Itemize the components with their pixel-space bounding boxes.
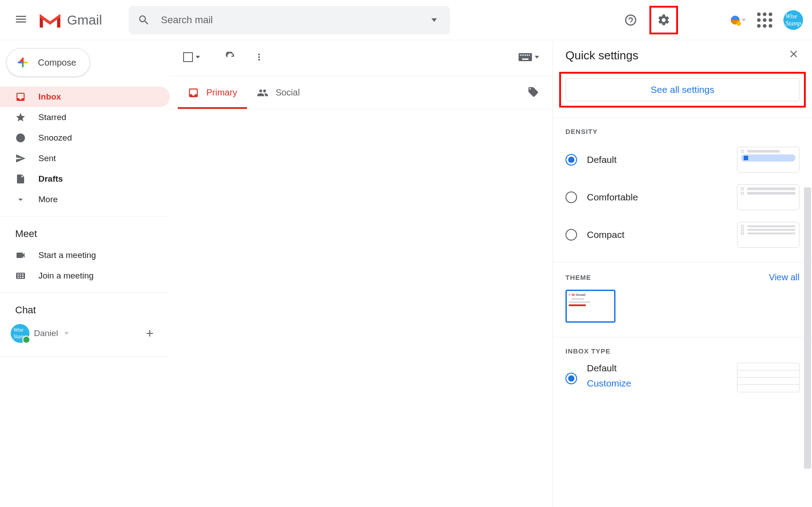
sidebar: Compose Inbox Starred Snoozed Sent Draft… <box>0 40 170 507</box>
search-placeholder: Search mail <box>161 14 431 26</box>
send-icon <box>15 153 26 164</box>
density-preview <box>737 184 799 210</box>
chevron-down-icon <box>741 19 746 21</box>
gmail-wordmark: Gmail <box>67 12 102 28</box>
theme-view-all-link[interactable]: View all <box>769 272 799 283</box>
select-all-button[interactable] <box>183 52 200 62</box>
density-label: Comfortable <box>587 192 638 203</box>
density-option-comfortable[interactable]: Comfortable <box>565 184 799 210</box>
account-avatar[interactable]: WiseStamp <box>783 10 803 30</box>
people-icon <box>257 87 268 99</box>
customize-link[interactable]: Customize <box>587 378 631 389</box>
close-panel-button[interactable] <box>788 48 799 63</box>
settings-highlight <box>649 6 678 34</box>
plus-icon <box>16 55 30 70</box>
search-bar[interactable]: Search mail <box>129 6 450 34</box>
inbox-type-preview <box>737 363 799 392</box>
join-meeting-button[interactable]: Join a meeting <box>0 266 170 286</box>
main-menu-button[interactable] <box>9 7 33 33</box>
start-meeting-button[interactable]: Start a meeting <box>0 245 170 266</box>
chat-user-row[interactable]: WiseStamp Daniel + <box>0 324 170 343</box>
inbox-type-heading: INBOX TYPE <box>565 347 799 355</box>
tab-label: Social <box>276 87 300 98</box>
tag-icon <box>527 86 539 98</box>
quick-settings-panel: Quick settings See all settings DENSITY … <box>553 40 812 507</box>
refresh-button[interactable] <box>225 46 236 68</box>
scrollbar[interactable] <box>804 187 811 469</box>
checkbox-icon <box>183 52 193 62</box>
refresh-icon <box>225 52 236 62</box>
help-button[interactable] <box>620 9 641 31</box>
radio-checked-icon[interactable] <box>565 373 577 384</box>
drafts-icon <box>15 174 26 184</box>
tab-more-icon[interactable] <box>527 86 539 100</box>
sidebar-item-drafts[interactable]: Drafts <box>0 169 170 189</box>
meet-item-label: Start a meeting <box>38 250 96 260</box>
close-icon <box>788 48 799 60</box>
sidebar-item-sent[interactable]: Sent <box>0 148 170 169</box>
tab-label: Primary <box>206 87 237 98</box>
density-label: Default <box>587 154 617 165</box>
theme-thumbnail[interactable]: ≡ M Gmail <box>565 290 615 323</box>
clock-icon <box>15 133 26 143</box>
see-all-settings-highlight: See all settings <box>559 72 806 108</box>
sidebar-item-snoozed[interactable]: Snoozed <box>0 128 170 148</box>
sidebar-item-starred[interactable]: Starred <box>0 107 170 128</box>
apps-grid-icon <box>757 12 772 28</box>
meet-item-label: Join a meeting <box>38 271 94 281</box>
density-option-default[interactable]: Default <box>565 147 799 173</box>
inbox-type-section: INBOX TYPE Default Customize <box>553 337 812 397</box>
tab-social[interactable]: Social <box>247 76 310 109</box>
density-preview <box>737 147 799 173</box>
sidebar-item-inbox[interactable]: Inbox <box>0 87 170 107</box>
help-icon <box>624 13 637 27</box>
sidebar-item-more[interactable]: More <box>0 189 170 210</box>
radio-icon[interactable] <box>565 191 577 203</box>
chevron-down-icon[interactable] <box>64 332 69 335</box>
new-chat-button[interactable]: + <box>146 326 154 341</box>
panel-title: Quick settings <box>565 49 638 62</box>
chat-username: Daniel <box>34 328 58 338</box>
sidebar-item-label: More <box>38 195 58 204</box>
more-vert-icon <box>254 52 264 62</box>
keyboard-icon <box>15 270 26 281</box>
main-content: Primary Social <box>170 40 553 507</box>
density-label: Compact <box>587 229 624 240</box>
sidebar-item-label: Drafts <box>38 174 63 184</box>
gear-icon <box>657 13 670 27</box>
more-actions-button[interactable] <box>254 46 264 68</box>
search-options-caret-icon[interactable] <box>431 18 437 22</box>
radio-icon[interactable] <box>565 229 577 241</box>
tab-primary[interactable]: Primary <box>178 76 247 109</box>
chevron-down-icon <box>196 56 200 58</box>
mail-toolbar <box>170 46 552 76</box>
keyboard-icon <box>519 53 532 61</box>
density-heading: DENSITY <box>565 128 799 135</box>
inbox-type-label: Default <box>587 363 631 374</box>
chevron-down-icon <box>535 56 539 58</box>
hamburger-icon <box>14 12 28 26</box>
chat-heading: Chat <box>0 299 170 321</box>
google-apps-button[interactable] <box>754 9 775 31</box>
density-section: DENSITY Default Comfortable Compac <box>553 117 812 252</box>
search-icon <box>138 14 150 26</box>
compose-button[interactable]: Compose <box>6 48 90 77</box>
theme-section: THEME View all ≡ M Gmail <box>553 262 812 327</box>
inbox-type-option-default[interactable]: Default Customize <box>565 363 799 392</box>
settings-button[interactable] <box>653 9 674 31</box>
meet-heading: Meet <box>0 223 170 245</box>
density-preview <box>737 222 799 248</box>
density-option-compact[interactable]: Compact <box>565 222 799 248</box>
star-icon <box>15 112 26 123</box>
input-tools-button[interactable] <box>731 16 746 25</box>
input-tools-toggle[interactable] <box>519 53 539 61</box>
sidebar-item-label: Sent <box>38 154 56 163</box>
sidebar-item-label: Starred <box>38 112 66 122</box>
compose-label: Compose <box>38 58 76 68</box>
camera-icon <box>15 250 26 261</box>
see-all-settings-button[interactable]: See all settings <box>565 78 799 101</box>
gmail-logo[interactable]: Gmail <box>38 11 102 29</box>
category-tabs: Primary Social <box>170 76 552 109</box>
radio-checked-icon[interactable] <box>565 154 577 166</box>
theme-heading: THEME <box>565 274 591 281</box>
